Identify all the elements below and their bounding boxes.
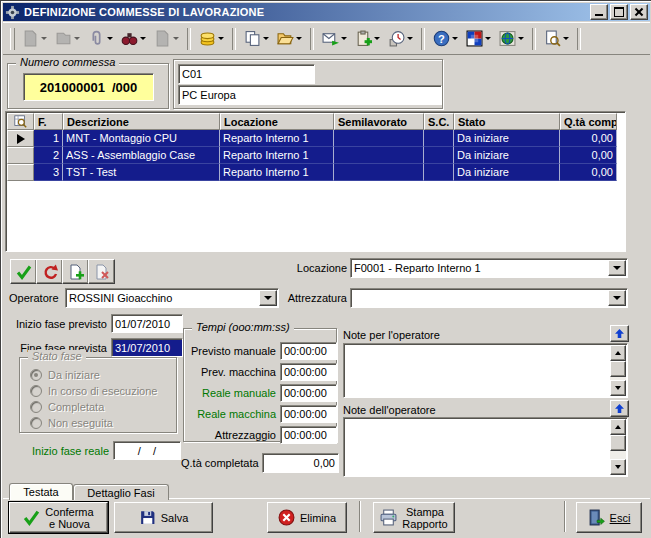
radio-da-iniziare[interactable]: Da iniziare: [30, 369, 100, 381]
col-header-locazione[interactable]: Locazione: [220, 113, 334, 130]
attrezzatura-combobox[interactable]: [350, 288, 628, 308]
inizio-reale-field[interactable]: / /: [113, 441, 181, 460]
search-button[interactable]: [118, 27, 149, 51]
conferma-e-nuova-button[interactable]: Confermae Nuova: [9, 502, 108, 533]
undo-record-button[interactable]: [36, 259, 63, 284]
scrollbar[interactable]: [610, 419, 626, 475]
toolbar-separator: [577, 28, 581, 50]
scrollbar[interactable]: [610, 345, 626, 396]
confirm-record-button[interactable]: [10, 259, 37, 284]
inizio-reale-label: Inizio fase reale: [21, 445, 109, 457]
delete-row-button[interactable]: [88, 259, 115, 284]
grid-search-icon[interactable]: [7, 113, 34, 130]
esci-button[interactable]: Esci: [576, 502, 642, 533]
col-header-sc[interactable]: S.C.: [424, 113, 454, 130]
exit-door-icon: [588, 509, 605, 526]
window-title: DEFINIZIONE COMMESSE DI LAVORAZIONE: [24, 6, 588, 18]
fine-prevista-field[interactable]: 31/07/2010: [111, 338, 183, 357]
stampa-rapporto-button[interactable]: StampaRapporto: [373, 502, 455, 533]
maximize-icon: [614, 7, 624, 17]
col-header-f[interactable]: F.: [34, 113, 63, 130]
col-header-semilavorato[interactable]: Semilavorato: [334, 113, 424, 130]
radio-non-eseguita[interactable]: Non eseguita: [30, 417, 113, 429]
previsto-manuale-value: 00:00:00: [284, 345, 327, 357]
scrollbar-thumb[interactable]: [610, 361, 626, 377]
note-dell-operatore-expand-button[interactable]: [610, 400, 629, 417]
maximize-button[interactable]: [610, 4, 628, 20]
attrezzatura-value: [351, 289, 607, 307]
tab-label: Testata: [23, 486, 58, 498]
locazione-combobox[interactable]: F0001 - Reparto Interno 1: [350, 258, 628, 278]
radio-label: In corso di esecuzione: [48, 385, 157, 397]
attrezzatura-dropdown-button[interactable]: [608, 290, 626, 306]
send-mail-button[interactable]: [319, 27, 350, 51]
help-button[interactable]: ?: [430, 27, 461, 51]
salva-button[interactable]: Salva: [114, 502, 213, 533]
print-preview-button[interactable]: [541, 27, 572, 51]
qta-completata-field[interactable]: 0,00: [262, 453, 339, 473]
scrollbar-track[interactable]: [610, 451, 626, 459]
scroll-up-button[interactable]: [610, 419, 626, 435]
undo-icon: [42, 264, 58, 280]
scrollbar-thumb[interactable]: [610, 435, 626, 451]
globe-button[interactable]: [496, 27, 527, 51]
table-row[interactable]: 2 ASS - Assemblaggio Case Reparto Intern…: [7, 147, 624, 164]
close-button[interactable]: [630, 4, 648, 20]
scroll-down-button[interactable]: [610, 380, 626, 396]
main-toolbar: ?: [3, 22, 650, 55]
previsto-manuale-field[interactable]: 00:00:00: [280, 342, 337, 360]
reale-manuale-field[interactable]: 00:00:00: [280, 384, 337, 402]
reale-macchina-value: 00:00:00: [284, 408, 327, 420]
add-row-button[interactable]: [62, 259, 89, 284]
elimina-button[interactable]: Elimina: [267, 502, 347, 533]
cell-locazione: Reparto Interno 1: [220, 130, 334, 147]
numero-commessa-field[interactable]: 201000001 /000: [23, 73, 154, 101]
operatore-dropdown-button[interactable]: [259, 290, 277, 306]
arrow-up-icon: [615, 351, 621, 355]
radio-in-corso[interactable]: In corso di esecuzione: [30, 385, 157, 397]
clock-button[interactable]: [385, 27, 416, 51]
salva-label: Salva: [161, 512, 189, 524]
locazione-dropdown-button[interactable]: [608, 260, 626, 276]
radio-icon: [30, 401, 42, 413]
cell-qta: 0,00: [560, 130, 617, 147]
note-per-operatore-textarea[interactable]: [343, 343, 628, 398]
tab-dettaglio-fasi[interactable]: Dettaglio Fasi: [73, 484, 169, 500]
prev-macchina-field[interactable]: 00:00:00: [280, 363, 337, 381]
tab-testata[interactable]: Testata: [9, 483, 73, 500]
minimize-button[interactable]: [590, 4, 608, 20]
attrezzaggio-field[interactable]: 00:00:00: [280, 426, 337, 444]
note-dell-operatore-textarea[interactable]: [343, 417, 628, 477]
clipboard-add-button[interactable]: [352, 27, 383, 51]
col-header-qta[interactable]: Q.tà compl.: [560, 113, 617, 130]
dropdown-arrow-icon: [518, 37, 524, 40]
open-folder-button[interactable]: [274, 27, 305, 51]
reale-macchina-field[interactable]: 00:00:00: [280, 405, 337, 423]
attachment-button[interactable]: [85, 27, 116, 51]
copy-icon: [244, 30, 261, 47]
chevron-down-icon: [264, 296, 272, 300]
numero-commessa-value: 201000001: [40, 80, 105, 95]
col-header-descrizione[interactable]: Descrizione: [63, 113, 220, 130]
coins-button[interactable]: [196, 27, 227, 51]
cell-descrizione: ASS - Assemblaggio Case: [63, 147, 220, 164]
descrizione-field[interactable]: PC Europa: [178, 85, 442, 105]
radio-icon: [30, 385, 42, 397]
codice-field[interactable]: C01: [178, 64, 315, 84]
scroll-down-button[interactable]: [610, 459, 626, 475]
dropdown-arrow-icon: [452, 37, 458, 40]
printer-icon: [380, 509, 397, 526]
checkered-window-button[interactable]: [463, 27, 494, 51]
inizio-previsto-field[interactable]: 01/07/2010: [111, 314, 183, 333]
qta-completata-value: 0,00: [314, 457, 335, 469]
table-row[interactable]: 3 TST - Test Reparto Interno 1 Da inizia…: [7, 164, 624, 181]
table-row[interactable]: 1 MNT - Montaggio CPU Reparto Interno 1 …: [7, 130, 624, 147]
cell-f: 3: [34, 164, 63, 181]
operatore-combobox[interactable]: ROSSINI Gioacchino: [65, 288, 279, 308]
copy-button[interactable]: [241, 27, 272, 51]
cell-f: 1: [34, 130, 63, 147]
note-per-operatore-expand-button[interactable]: [610, 325, 629, 342]
radio-completata[interactable]: Completata: [30, 401, 104, 413]
scroll-up-button[interactable]: [610, 345, 626, 361]
col-header-stato[interactable]: Stato: [454, 113, 560, 130]
